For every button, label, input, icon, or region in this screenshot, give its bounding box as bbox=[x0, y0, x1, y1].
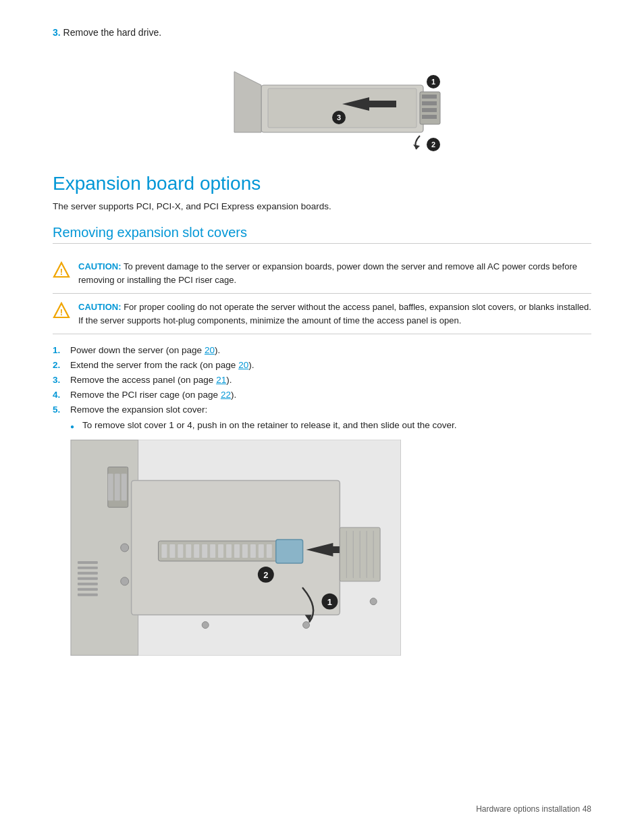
step-4-text: Remove the PCI riser cage (on page 22). bbox=[70, 390, 236, 400]
svg-rect-47 bbox=[242, 544, 248, 558]
caution-body-1: To prevent damage to the server or expan… bbox=[78, 261, 577, 285]
svg-marker-7 bbox=[234, 72, 261, 132]
caution-icon-1: ! bbox=[53, 261, 72, 280]
sub-steps: ● To remove slot cover 1 or 4, push in o… bbox=[70, 420, 591, 430]
footer-page: 48 bbox=[583, 804, 591, 814]
svg-text:2: 2 bbox=[431, 140, 435, 149]
page-footer: Hardware options installation 48 bbox=[476, 804, 591, 814]
step-1-number: 1. bbox=[53, 345, 70, 355]
step-2-link[interactable]: 20 bbox=[238, 360, 248, 370]
svg-rect-48 bbox=[250, 544, 256, 558]
svg-point-26 bbox=[121, 544, 129, 552]
svg-rect-45 bbox=[226, 544, 232, 558]
step-2-number: 2. bbox=[53, 360, 70, 370]
svg-rect-33 bbox=[78, 588, 98, 591]
subsection-title: Removing expansion slot covers bbox=[53, 225, 591, 244]
step-4-link[interactable]: 22 bbox=[221, 390, 231, 400]
svg-point-27 bbox=[121, 577, 129, 585]
footer-text: Hardware options installation bbox=[476, 804, 580, 814]
svg-rect-28 bbox=[78, 561, 98, 564]
svg-rect-41 bbox=[194, 544, 199, 558]
svg-point-66 bbox=[370, 598, 377, 605]
svg-text:!: ! bbox=[60, 267, 63, 277]
svg-text:!: ! bbox=[60, 307, 63, 317]
svg-rect-38 bbox=[169, 544, 175, 558]
step-1-link[interactable]: 20 bbox=[205, 345, 215, 355]
svg-rect-39 bbox=[178, 544, 183, 558]
svg-text:1: 1 bbox=[327, 597, 332, 607]
svg-marker-15 bbox=[413, 145, 420, 149]
step-5-number: 5. bbox=[53, 405, 70, 415]
hdd-diagram-container: 3 1 2 bbox=[53, 51, 591, 153]
step-3-text: Remove the hard drive. bbox=[63, 27, 162, 38]
svg-rect-3 bbox=[422, 95, 437, 99]
step-1-text: Power down the server (on page 20). bbox=[70, 345, 220, 355]
svg-text:1: 1 bbox=[431, 78, 435, 86]
caution-box-1: ! CAUTION: To prevent damage to the serv… bbox=[53, 253, 591, 294]
svg-rect-51 bbox=[276, 540, 303, 563]
caution-text-1: CAUTION: To prevent damage to the server… bbox=[78, 260, 591, 286]
svg-point-64 bbox=[202, 622, 209, 629]
svg-text:2: 2 bbox=[263, 570, 268, 580]
slot-diagram: 2 1 bbox=[70, 440, 401, 656]
svg-rect-37 bbox=[161, 544, 167, 558]
svg-rect-40 bbox=[186, 544, 191, 558]
step-4: 4. Remove the PCI riser cage (on page 22… bbox=[53, 390, 591, 400]
svg-rect-25 bbox=[122, 473, 127, 500]
svg-text:3: 3 bbox=[337, 113, 341, 122]
substep-text: To remove slot cover 1 or 4, push in on … bbox=[82, 420, 457, 430]
caution-text-2: CAUTION: For proper cooling do not opera… bbox=[78, 301, 591, 327]
step-intro: 3. Remove the hard drive. bbox=[53, 27, 591, 38]
step-5: 5. Remove the expansion slot cover: bbox=[53, 405, 591, 415]
step-2-text: Extend the server from the rack (on page… bbox=[70, 360, 254, 370]
step-1: 1. Power down the server (on page 20). bbox=[53, 345, 591, 355]
step-4-number: 4. bbox=[53, 390, 70, 400]
substep-1: ● To remove slot cover 1 or 4, push in o… bbox=[70, 420, 591, 430]
svg-point-65 bbox=[303, 622, 310, 629]
step-3-number: 3. bbox=[53, 27, 61, 38]
svg-rect-6 bbox=[422, 115, 437, 119]
step-5-text: Remove the expansion slot cover: bbox=[70, 405, 207, 415]
svg-rect-23 bbox=[108, 473, 113, 500]
svg-rect-4 bbox=[422, 101, 437, 105]
caution-body-2: For proper cooling do not operate the se… bbox=[78, 302, 591, 325]
step-2: 2. Extend the server from the rack (on p… bbox=[53, 360, 591, 370]
step-3-link[interactable]: 21 bbox=[216, 375, 226, 385]
svg-rect-31 bbox=[78, 577, 98, 580]
step-3: 3. Remove the access panel (on page 21). bbox=[53, 375, 591, 385]
svg-rect-5 bbox=[422, 108, 437, 112]
svg-rect-24 bbox=[115, 473, 120, 500]
svg-rect-29 bbox=[78, 567, 98, 569]
section-desc: The server supports PCI, PCI-X, and PCI … bbox=[53, 201, 591, 211]
step-3-num: 3. bbox=[53, 375, 70, 385]
svg-rect-49 bbox=[259, 544, 264, 558]
section-title: Expansion board options bbox=[53, 173, 591, 194]
svg-rect-34 bbox=[78, 594, 98, 596]
svg-rect-44 bbox=[218, 544, 223, 558]
hdd-diagram: 3 1 2 bbox=[194, 51, 450, 153]
main-steps: 1. Power down the server (on page 20). 2… bbox=[53, 345, 591, 415]
caution-label-1: CAUTION: bbox=[78, 261, 122, 271]
step-3-text-b: Remove the access panel (on page 21). bbox=[70, 375, 232, 385]
svg-rect-32 bbox=[78, 583, 98, 585]
substep-dot: ● bbox=[70, 423, 77, 430]
svg-rect-43 bbox=[210, 544, 215, 558]
page-content: 3. Remove the hard drive. bbox=[0, 0, 644, 703]
svg-rect-30 bbox=[78, 572, 98, 575]
svg-rect-50 bbox=[267, 544, 272, 558]
svg-rect-46 bbox=[234, 544, 240, 558]
caution-icon-2: ! bbox=[53, 302, 72, 321]
caution-box-2: ! CAUTION: For proper cooling do not ope… bbox=[53, 294, 591, 334]
slot-diagram-container: 2 1 bbox=[70, 440, 591, 656]
svg-rect-42 bbox=[202, 544, 207, 558]
caution-label-2: CAUTION: bbox=[78, 302, 122, 312]
